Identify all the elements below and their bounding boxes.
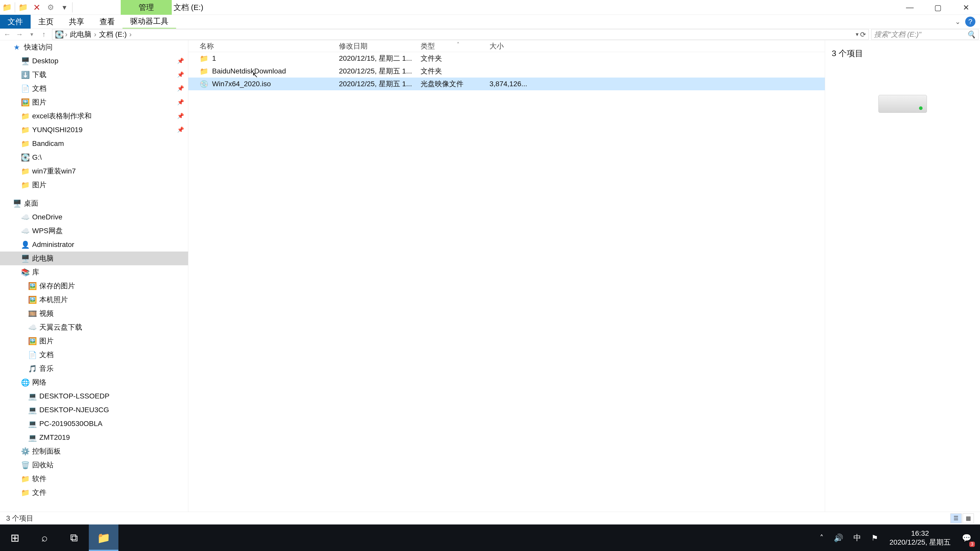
pin-icon: 📌 xyxy=(177,113,184,119)
help-icon[interactable]: ? xyxy=(965,17,975,27)
action-center-button[interactable]: 💬 xyxy=(957,524,977,551)
nav-extra-item[interactable]: 📁文件 xyxy=(0,486,188,499)
view-icons-button[interactable]: ▦ xyxy=(963,513,974,523)
nav-desktop-item[interactable]: ☁️OneDrive xyxy=(0,210,188,224)
app-icon[interactable]: 📁 xyxy=(1,1,13,14)
nav-desktop-group[interactable]: 🖥️ 桌面 xyxy=(0,197,188,210)
column-header-name[interactable]: 名称 ˄ xyxy=(188,41,339,51)
nav-quick-access-item[interactable]: 📁win7重装win7 xyxy=(0,164,188,178)
nav-item-icon: 🖼️ xyxy=(28,295,36,304)
nav-library-item[interactable]: 🖼️图片 xyxy=(0,334,188,348)
nav-item-icon: 👤 xyxy=(21,241,29,249)
tab-share[interactable]: 共享 xyxy=(61,15,92,29)
nav-library-item[interactable]: 🎞️视频 xyxy=(0,306,188,321)
file-row[interactable]: 💿Win7x64_2020.iso2020/12/25, 星期五 1...光盘映… xyxy=(188,78,825,90)
nav-library-item[interactable]: 📄文档 xyxy=(0,348,188,362)
qat-customize-icon[interactable]: ▾ xyxy=(59,1,70,14)
nav-desktop-item[interactable]: 👤Administrator xyxy=(0,238,188,251)
file-row[interactable]: 📁BaiduNetdiskDownload2020/12/25, 星期五 1..… xyxy=(188,65,825,78)
address-bar[interactable]: 💽 › 此电脑 › 文档 (E:) › ▾ ⟳ xyxy=(52,29,869,40)
system-clock[interactable]: 16:32 2020/12/25, 星期五 xyxy=(883,529,957,547)
nav-item-label: ZMT2019 xyxy=(39,433,70,441)
nav-quick-access-item[interactable]: 🖥️Desktop📌 xyxy=(0,54,188,68)
minimize-button[interactable]: — xyxy=(896,0,924,15)
tab-home[interactable]: 主页 xyxy=(30,15,61,29)
nav-extra-item[interactable]: ⚙️控制面板 xyxy=(0,445,188,458)
nav-item-label: 此电脑 xyxy=(32,254,54,263)
nav-quick-access-item[interactable]: 📁图片 xyxy=(0,178,188,192)
tray-ime-indicator[interactable]: 中 xyxy=(848,524,866,551)
nav-quick-access-item[interactable]: 📄文档📌 xyxy=(0,82,188,95)
nav-item-label: Desktop xyxy=(32,57,59,65)
nav-item-icon: 📚 xyxy=(21,268,29,276)
task-view-button[interactable]: ⧉ xyxy=(59,524,89,551)
nav-library-item[interactable]: 🖼️保存的图片 xyxy=(0,279,188,293)
nav-label: 桌面 xyxy=(24,198,38,208)
contextual-tab-manage[interactable]: 管理 xyxy=(121,0,172,15)
qat-properties-icon[interactable]: 📁 xyxy=(17,1,29,14)
nav-item-label: 图片 xyxy=(39,336,54,346)
view-details-button[interactable]: ☰ xyxy=(950,513,962,523)
qat-new-folder-icon[interactable]: ⚙ xyxy=(45,1,56,14)
tray-update-icon[interactable]: ⚑ xyxy=(866,524,883,551)
tray-overflow-icon[interactable]: ˄ xyxy=(815,524,829,551)
close-button[interactable]: ✕ xyxy=(952,0,980,15)
file-row[interactable]: 📁12020/12/15, 星期二 1...文件夹 xyxy=(188,52,825,65)
navigation-pane[interactable]: ★ 快速访问 🖥️Desktop📌⬇️下载📌📄文档📌🖼️图片📌📁excel表格制… xyxy=(0,40,188,512)
nav-item-label: 控制面板 xyxy=(32,446,61,456)
nav-forward-button[interactable]: → xyxy=(14,29,25,40)
clock-date: 2020/12/25, 星期五 xyxy=(889,538,951,547)
taskbar-explorer-button[interactable]: 📁 xyxy=(89,524,118,551)
nav-network-item[interactable]: 💻DESKTOP-NJEU3CG xyxy=(0,403,188,417)
address-dropdown-icon[interactable]: ▾ xyxy=(856,31,859,38)
nav-network-item[interactable]: 💻DESKTOP-LSSOEDP xyxy=(0,389,188,403)
tray-volume-icon[interactable]: 🔊 xyxy=(829,524,848,551)
breadcrumb-this-pc[interactable]: 此电脑 xyxy=(70,30,91,39)
nav-quick-access-item[interactable]: 💽G:\ xyxy=(0,151,188,164)
tab-file[interactable]: 文件 xyxy=(0,15,30,29)
nav-item-label: 音乐 xyxy=(39,364,54,373)
tab-view[interactable]: 查看 xyxy=(92,15,123,29)
nav-network-item[interactable]: 💻ZMT2019 xyxy=(0,430,188,445)
nav-quick-access-item[interactable]: ⬇️下载📌 xyxy=(0,68,188,82)
nav-extra-item[interactable]: 🗑️回收站 xyxy=(0,458,188,472)
nav-item-label: 天翼云盘下载 xyxy=(39,322,82,332)
file-list-pane[interactable]: 名称 ˄ 修改日期 类型 大小 📁12020/12/15, 星期二 1...文件… xyxy=(188,40,825,512)
start-button[interactable]: ⊞ xyxy=(0,524,30,551)
nav-label: 快速访问 xyxy=(24,42,52,52)
nav-desktop-item[interactable]: 📚库 xyxy=(0,265,188,279)
nav-extra-item[interactable]: 📁软件 xyxy=(0,472,188,486)
nav-item-icon: ☁️ xyxy=(28,323,36,332)
breadcrumb-current[interactable]: 文档 (E:) xyxy=(99,30,127,39)
qat-close-icon[interactable]: ✕ xyxy=(31,1,43,14)
ribbon-expand-icon[interactable]: ⌄ xyxy=(955,18,961,26)
maximize-button[interactable]: ▢ xyxy=(924,0,952,15)
nav-quick-access-item[interactable]: 📁excel表格制作求和📌 xyxy=(0,109,188,123)
taskbar-search-icon[interactable]: ⌕ xyxy=(30,524,59,551)
file-name: BaiduNetdiskDownload xyxy=(212,67,286,75)
nav-quick-access-item[interactable]: 🖼️图片📌 xyxy=(0,95,188,109)
nav-network-item[interactable]: 💻PC-20190530OBLA xyxy=(0,417,188,430)
nav-quick-access[interactable]: ★ 快速访问 xyxy=(0,40,188,54)
refresh-icon[interactable]: ⟳ xyxy=(860,30,866,39)
nav-item-icon: 🖥️ xyxy=(21,57,29,65)
column-header-modified[interactable]: 修改日期 xyxy=(339,41,421,51)
nav-history-dropdown[interactable]: ▾ xyxy=(26,29,37,40)
nav-item-icon: ☁️ xyxy=(21,213,29,221)
nav-desktop-item[interactable]: 🖥️此电脑 xyxy=(0,251,188,265)
pin-icon: 📌 xyxy=(177,127,184,133)
nav-up-button[interactable]: ↑ xyxy=(38,29,49,40)
nav-network[interactable]: 🌐 网络 xyxy=(0,375,188,389)
nav-library-item[interactable]: ☁️天翼云盘下载 xyxy=(0,321,188,334)
column-header-size[interactable]: 大小 xyxy=(490,41,530,51)
nav-quick-access-item[interactable]: 📁YUNQISHI2019📌 xyxy=(0,123,188,137)
nav-item-icon: 📄 xyxy=(28,351,36,359)
nav-back-button[interactable]: ← xyxy=(2,29,13,40)
nav-quick-access-item[interactable]: 📁Bandicam xyxy=(0,137,188,151)
nav-desktop-item[interactable]: ☁️WPS网盘 xyxy=(0,224,188,238)
nav-library-item[interactable]: 🖼️本机照片 xyxy=(0,293,188,306)
tab-driver-tools[interactable]: 驱动器工具 xyxy=(123,15,176,29)
search-input[interactable]: 搜索"文档 (E:)" 🔍 xyxy=(871,29,978,40)
nav-library-item[interactable]: 🎵音乐 xyxy=(0,362,188,375)
nav-item-label: DESKTOP-LSSOEDP xyxy=(39,392,110,400)
